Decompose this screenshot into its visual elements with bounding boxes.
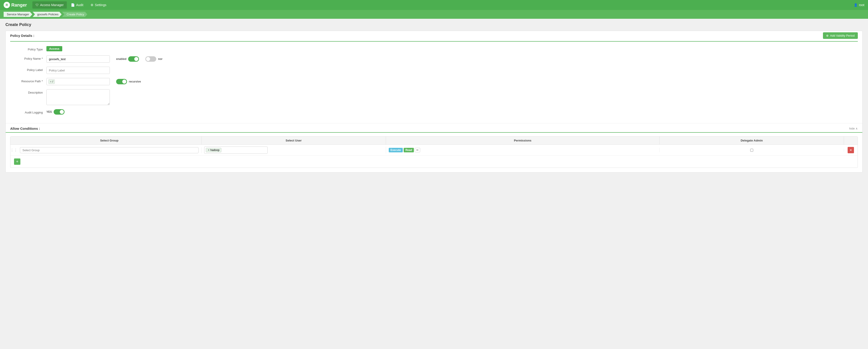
policy-type-badge: Access <box>46 46 62 51</box>
perm-edit-button[interactable]: ✏ <box>415 148 420 152</box>
policy-card: Policy Details : ⊕ Add Validity Period P… <box>5 31 863 172</box>
nav-user: 👤 root <box>854 3 864 7</box>
user-tag-hadoop: × hadoop <box>206 148 221 152</box>
user-tag-remove[interactable]: × <box>208 148 209 152</box>
policy-type-row: Policy Type Access <box>10 46 858 51</box>
select-group-header: Select Group <box>17 137 202 144</box>
nav-item-access-manager[interactable]: 🛡 Access Manager <box>32 1 67 9</box>
audit-not-label: nor <box>158 58 162 61</box>
description-input[interactable] <box>46 89 110 105</box>
nav-item-settings[interactable]: ⚙ Settings <box>87 1 110 9</box>
allow-conditions-section: Allow Conditions : hide ∧ Select Group S… <box>6 123 862 172</box>
policy-label-input[interactable] <box>46 67 110 74</box>
action-header <box>844 137 858 144</box>
policy-label-row: Policy Label <box>10 67 858 74</box>
enabled-toggle-container: enabled <box>116 56 139 62</box>
add-row-button[interactable]: + <box>14 159 20 165</box>
audit-not-toggle[interactable] <box>145 56 156 62</box>
resource-path-input[interactable]: × / <box>46 78 110 85</box>
brand-name: Ranger <box>11 2 27 8</box>
nav-label-settings: Settings <box>95 3 106 7</box>
enabled-label: enabled <box>116 58 126 61</box>
audit-logging-toggle[interactable] <box>54 109 64 115</box>
tag-remove-icon[interactable]: × <box>50 80 52 83</box>
perm-execute-badge[interactable]: Execute <box>389 148 403 152</box>
policy-form: Policy Type Access Policy Name * enabled <box>6 46 862 123</box>
recursive-toggle[interactable] <box>116 79 127 84</box>
description-row: Description <box>10 89 858 105</box>
permissions-header: Permissions <box>386 137 660 144</box>
user-tag-value: hadoop <box>210 148 219 152</box>
breadcrumb-goosefs-policies[interactable]: goosefs Policies <box>33 12 62 17</box>
add-validity-button[interactable]: ⊕ Add Validity Period <box>823 32 858 39</box>
recursive-label: recursive <box>129 80 141 83</box>
conditions-table: Select Group Select User Permissions Del… <box>10 136 858 168</box>
page-content: Create Policy Policy Details : ⊕ Add Val… <box>0 19 868 176</box>
brand-logo: R <box>4 2 10 8</box>
user-icon: 👤 <box>854 3 858 7</box>
breadcrumb-service-manager[interactable]: Service Manager <box>4 12 32 17</box>
nav-username: root <box>859 3 864 7</box>
brand: R Ranger <box>4 2 27 8</box>
row-delegate-cell <box>660 149 844 152</box>
nav-label-access-manager: Access Manager <box>40 3 64 7</box>
delegate-admin-checkbox[interactable] <box>750 149 753 152</box>
tag-value: / <box>52 80 53 83</box>
document-icon: 📄 <box>71 3 75 7</box>
resource-path-row: Resource Path * × / <box>10 78 858 85</box>
plus-circle-icon: ⊕ <box>826 34 829 37</box>
user-tag-input[interactable]: × hadoop <box>204 146 268 154</box>
policy-label-label: Policy Label <box>10 67 46 72</box>
brand-logo-text: R <box>6 3 8 7</box>
row-action-cell: ✕ <box>844 147 858 153</box>
audit-logging-row: Audit Logging YES <box>10 109 858 115</box>
enabled-toggle[interactable] <box>128 56 139 62</box>
breadcrumb-create-policy[interactable]: Create Policy <box>62 12 87 17</box>
policy-type-label: Policy Type <box>10 46 46 51</box>
section-header-row: Policy Details : ⊕ Add Validity Period <box>6 31 862 41</box>
breadcrumb: Service Manager goosefs Policies Create … <box>0 10 868 19</box>
gear-icon: ⚙ <box>91 3 93 7</box>
row-user-cell: × hadoop <box>202 146 386 154</box>
delegate-admin-header: Delegate Admin <box>660 137 844 144</box>
page-title: Create Policy <box>5 22 863 27</box>
row-permissions-cell: Execute Read ✏ <box>386 148 660 152</box>
nav-items: 🛡 Access Manager 📄 Audit ⚙ Settings <box>32 1 854 9</box>
select-user-header: Select User <box>202 137 386 144</box>
perm-read-badge[interactable]: Read <box>404 148 414 152</box>
audit-not-toggle-container: nor <box>145 56 162 62</box>
yes-label: YES <box>46 110 52 113</box>
add-validity-label: Add Validity Period <box>830 34 855 37</box>
drag-header <box>10 137 17 144</box>
policy-details-title: Policy Details : <box>10 34 34 37</box>
allow-conditions-title: Allow Conditions : <box>10 127 40 131</box>
row-group-cell <box>17 147 202 153</box>
top-nav: R Ranger 🛡 Access Manager 📄 Audit ⚙ Sett… <box>0 0 868 10</box>
table-row: ⋮⋮ × hadoop <box>10 145 858 156</box>
policy-name-input[interactable] <box>46 56 110 63</box>
select-group-input[interactable] <box>20 147 198 153</box>
resource-path-label: Resource Path * <box>10 78 46 83</box>
audit-logging-label: Audit Logging <box>10 109 46 114</box>
shield-icon: 🛡 <box>35 3 39 7</box>
conditions-header: Allow Conditions : hide ∧ <box>6 124 862 133</box>
nav-item-audit[interactable]: 📄 Audit <box>68 1 87 9</box>
drag-handle[interactable]: ⋮⋮ <box>10 148 17 152</box>
recursive-toggle-container: recursive <box>116 79 141 84</box>
description-label: Description <box>10 89 46 94</box>
resource-path-tag: × / <box>49 79 55 84</box>
hide-link[interactable]: hide ∧ <box>849 127 858 130</box>
add-row-container: + <box>10 156 858 168</box>
policy-details-section: Policy Details : ⊕ Add Validity Period P… <box>6 31 862 123</box>
policy-name-label: Policy Name * <box>10 56 46 60</box>
policy-name-row: Policy Name * enabled <box>10 56 858 63</box>
nav-label-audit: Audit <box>76 3 83 7</box>
table-header: Select Group Select User Permissions Del… <box>10 137 858 145</box>
conditions-table-wrapper: Select Group Select User Permissions Del… <box>6 136 862 172</box>
delete-row-button[interactable]: ✕ <box>848 147 854 153</box>
